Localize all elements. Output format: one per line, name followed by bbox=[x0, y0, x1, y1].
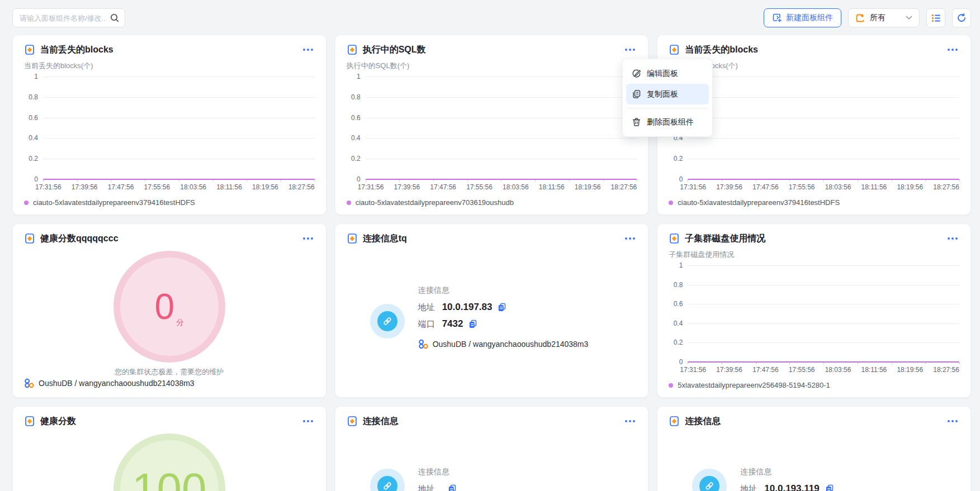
health-status-text: 您的集群状态极差，需要您的维护 bbox=[13, 367, 326, 377]
x-axis-label: 17:31:56 bbox=[680, 183, 706, 191]
link-avatar bbox=[370, 304, 405, 339]
copy-address-button[interactable] bbox=[447, 484, 457, 491]
panel-icon bbox=[347, 233, 358, 244]
more-button[interactable] bbox=[301, 236, 315, 241]
address-label: 地址 bbox=[418, 302, 435, 313]
y-axis-label: 0.2 bbox=[674, 339, 683, 346]
x-axis-label: 18:27:56 bbox=[611, 183, 637, 191]
x-axis-tick bbox=[315, 179, 315, 182]
address-row: 地址 bbox=[418, 480, 457, 491]
menu-item-edit-panel[interactable]: 编辑面板 bbox=[626, 63, 709, 84]
gridline bbox=[688, 323, 959, 324]
x-axis-label: 17:39:56 bbox=[72, 183, 98, 191]
y-axis-label: 0.6 bbox=[674, 300, 683, 308]
health-score-circle: 0 分 bbox=[113, 251, 225, 363]
data-series-line bbox=[366, 179, 637, 180]
ellipsis-icon bbox=[947, 48, 958, 51]
more-button[interactable] bbox=[623, 236, 637, 241]
ellipsis-icon bbox=[947, 420, 958, 423]
gridline bbox=[688, 265, 959, 266]
x-axis-label: 18:19:56 bbox=[897, 366, 923, 374]
health-score-unit: 分 bbox=[176, 318, 184, 328]
line-chart: 10.80.60.40.2017:31:5617:39:5617:47:5617… bbox=[13, 71, 326, 191]
chart-plot: 10.80.60.40.20 bbox=[43, 77, 315, 179]
refresh-button[interactable] bbox=[952, 8, 971, 27]
ellipsis-icon bbox=[624, 48, 636, 51]
copy-icon bbox=[825, 484, 834, 491]
panel-icon bbox=[669, 233, 680, 244]
y-axis-label: 0 bbox=[679, 175, 683, 183]
refresh-icon bbox=[957, 13, 967, 23]
x-axis-label: 17:55:56 bbox=[789, 366, 815, 374]
search-input[interactable] bbox=[12, 8, 125, 27]
panel-icon bbox=[669, 416, 680, 427]
search-icon[interactable] bbox=[110, 13, 120, 23]
gridline bbox=[43, 159, 315, 159]
gridline bbox=[688, 118, 959, 118]
y-axis-label: 0 bbox=[34, 175, 38, 183]
chart-legend: ciauto-5xlavatestdailyprepareenv703619ou… bbox=[347, 198, 637, 207]
x-axis-label: 18:03:56 bbox=[825, 366, 851, 374]
x-axis-label: 17:31:56 bbox=[680, 366, 706, 374]
panel-title: 当前丢失的blocks bbox=[40, 44, 113, 56]
gridline bbox=[688, 97, 959, 98]
create-panel-button[interactable]: 新建面板组件 bbox=[764, 8, 841, 27]
x-axis-label: 18:03:56 bbox=[825, 183, 851, 191]
x-axis-label: 18:11:56 bbox=[216, 183, 242, 191]
connection-label: 连接信息 bbox=[418, 467, 457, 477]
copy-address-button[interactable] bbox=[497, 302, 506, 312]
x-axis-tick bbox=[959, 179, 960, 182]
panel-icon bbox=[24, 44, 35, 55]
copy-port-button[interactable] bbox=[468, 319, 477, 329]
x-axis-tick bbox=[637, 179, 637, 182]
copy-icon bbox=[497, 302, 506, 312]
more-button[interactable] bbox=[946, 418, 959, 424]
health-score-value: 100 bbox=[132, 464, 206, 491]
data-series-line bbox=[688, 361, 959, 363]
x-axis-label: 18:11:56 bbox=[861, 366, 887, 374]
more-button[interactable] bbox=[946, 236, 959, 241]
copy-icon bbox=[468, 319, 477, 329]
panel-icon bbox=[347, 416, 358, 427]
x-axis-label: 17:47:56 bbox=[752, 366, 779, 374]
copy-address-button[interactable] bbox=[825, 484, 834, 491]
category-icon bbox=[855, 13, 865, 23]
create-panel-label: 新建面板组件 bbox=[786, 13, 833, 23]
more-button[interactable] bbox=[301, 47, 315, 53]
trash-icon bbox=[632, 117, 641, 127]
y-axis-label: 0.8 bbox=[351, 93, 361, 101]
new-panel-icon bbox=[772, 13, 782, 23]
legend-dot bbox=[347, 201, 351, 205]
panel-card-connection-3: 连接信息 连接信息 地址 bbox=[657, 406, 971, 491]
y-axis-label: 0.4 bbox=[29, 134, 38, 142]
chart-legend: 5xlavatestdailyprepareenv256498-5194-528… bbox=[669, 381, 959, 389]
panel-title: 连接信息 bbox=[363, 416, 399, 427]
panel-icon bbox=[24, 233, 35, 244]
x-axis-label: 17:39:56 bbox=[394, 183, 420, 191]
y-axis-label: 1 bbox=[357, 73, 361, 80]
x-axis-label: 18:27:56 bbox=[288, 183, 315, 191]
ellipsis-icon bbox=[302, 237, 314, 240]
more-button-active[interactable] bbox=[623, 47, 637, 53]
ellipsis-icon bbox=[947, 237, 958, 240]
cluster-name: OushuDB / wangyanchaooushudb214038m3 bbox=[39, 379, 195, 388]
panel-icon bbox=[347, 44, 358, 55]
more-button[interactable] bbox=[301, 418, 315, 424]
more-button[interactable] bbox=[623, 418, 637, 424]
health-score-value: 0 bbox=[155, 286, 175, 327]
copy-icon bbox=[447, 484, 457, 491]
menu-item-label: 复制面板 bbox=[647, 89, 678, 99]
cluster-icon bbox=[24, 378, 34, 388]
filter-select[interactable]: 所有 bbox=[848, 8, 920, 27]
connection-label: 连接信息 bbox=[740, 467, 834, 477]
x-axis-label: 18:19:56 bbox=[252, 183, 278, 191]
y-axis-label: 0.4 bbox=[351, 134, 361, 142]
more-button[interactable] bbox=[946, 47, 959, 53]
link-icon bbox=[377, 311, 397, 331]
list-view-button[interactable] bbox=[926, 8, 945, 27]
menu-item-delete-panel[interactable]: 删除面板组件 bbox=[626, 112, 709, 132]
menu-item-copy-panel[interactable]: 复制面板 bbox=[626, 84, 709, 104]
y-axis-label: 0 bbox=[357, 175, 361, 183]
ellipsis-icon bbox=[302, 420, 314, 423]
chart-subtitle: 子集群磁盘使用情况 bbox=[669, 250, 959, 260]
